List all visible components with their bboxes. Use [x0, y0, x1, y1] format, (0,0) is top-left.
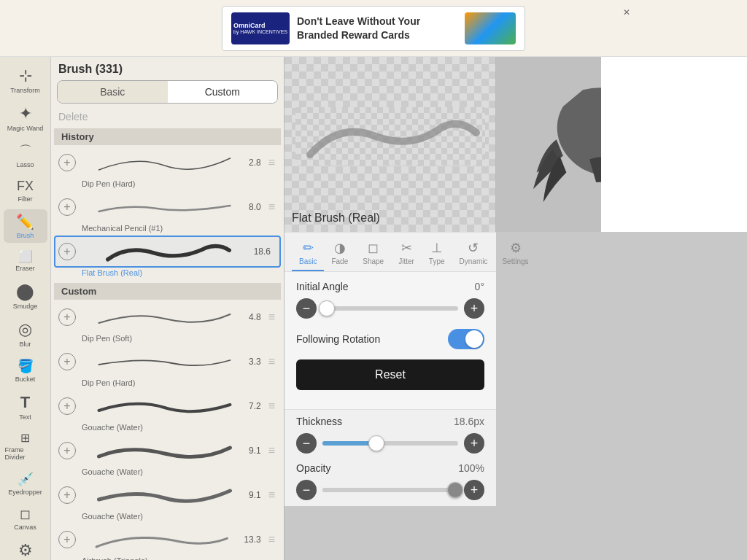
type-tab-icon: ⊥ [431, 240, 443, 256]
tool-smudge[interactable]: ⬤ Smudge [4, 279, 47, 314]
thickness-decrease-button[interactable]: − [296, 433, 317, 454]
settings-tab-shape[interactable]: ◻ Shape [355, 237, 391, 271]
brush-name-label: Flat Brush (Real) [292, 209, 488, 225]
opacity-increase-button[interactable]: + [464, 480, 484, 500]
tool-eraser[interactable]: ⬜ Eraser [4, 246, 47, 276]
drag-handle-icon: ≡ [268, 400, 275, 413]
initial-angle-row: Initial Angle 0° − + [296, 281, 484, 319]
tool-settings[interactable]: ⚙ Settings [4, 537, 47, 560]
tool-transform[interactable]: ⊹ Transform [4, 63, 47, 98]
following-rotation-toggle[interactable] [448, 329, 484, 349]
tool-text[interactable]: T Text [4, 389, 47, 424]
brush-title: Brush (331) [51, 57, 284, 80]
brush-item-gouache-1[interactable]: + 7.2 ≡ [54, 390, 281, 422]
eraser-icon: ⬜ [18, 249, 33, 263]
brush-item-dip-pen-soft[interactable]: + 4.8 ≡ [54, 301, 281, 333]
magic-wand-label: Magic Wand [7, 125, 44, 132]
type-tab-label: Type [429, 257, 445, 265]
brush-tabs: Basic Custom [57, 80, 278, 104]
add-brush-button[interactable]: + [58, 531, 76, 548]
brush-icon: ✏️ [16, 213, 34, 230]
add-brush-button[interactable]: + [58, 442, 76, 459]
tool-brush[interactable]: ✏️ Brush [4, 209, 47, 243]
settings-tab-jitter[interactable]: ✂ Jitter [391, 237, 422, 271]
thickness-label: Thickness [296, 416, 342, 427]
section-custom: Custom [54, 283, 281, 300]
initial-angle-value: 0° [475, 281, 484, 292]
text-label: Text [19, 413, 31, 421]
lasso-icon: ⌒ [19, 142, 32, 160]
ad-logo-text: OmniCard [233, 22, 287, 29]
tab-basic[interactable]: Basic [58, 81, 168, 103]
add-brush-button[interactable]: + [58, 397, 76, 415]
tool-lasso[interactable]: ⌒ Lasso [4, 139, 47, 172]
brush-item-gouache-2[interactable]: + 9.1 ≡ [54, 435, 281, 467]
brush-item-mechanical-pencil[interactable]: + 8.0 ≡ [54, 191, 281, 223]
transform-icon: ⊹ [19, 66, 32, 85]
settings-tab-basic[interactable]: ✏ Basic [292, 237, 324, 271]
brush-item-airbrush-triangle[interactable]: + 13.3 ≡ [54, 524, 281, 556]
tool-eyedropper[interactable]: 💉 Eyedropper [4, 467, 47, 499]
blur-label: Blur [19, 341, 31, 348]
settings-tab-settings[interactable]: ⚙ Settings [495, 237, 535, 271]
reset-button[interactable]: Reset [296, 359, 484, 390]
add-brush-button[interactable]: + [58, 308, 76, 326]
add-brush-button[interactable]: + [58, 486, 76, 504]
tool-bucket[interactable]: 🪣 Bucket [4, 354, 47, 386]
toggle-knob [465, 330, 483, 348]
tab-custom[interactable]: Custom [168, 81, 278, 103]
ad-image [465, 12, 516, 44]
initial-angle-decrease-button[interactable]: − [296, 298, 317, 319]
fade-tab-label: Fade [331, 257, 348, 265]
tool-frame-divider[interactable]: ⊞ Frame Divider [4, 427, 47, 464]
tool-magic-wand[interactable]: ✦ Magic Wand [4, 101, 47, 136]
add-brush-button[interactable]: + [58, 198, 76, 216]
settings-body: Initial Angle 0° − + Following Rotati [285, 272, 496, 409]
right-panel: Flat Brush (Real) [285, 57, 747, 560]
tool-blur[interactable]: ◎ Blur [4, 316, 47, 351]
add-brush-button[interactable]: + [58, 353, 76, 370]
opacity-slider[interactable] [322, 488, 458, 492]
drag-handle-icon: ≡ [268, 533, 275, 546]
brush-preview-stroke [292, 64, 488, 209]
smudge-icon: ⬤ [16, 282, 34, 301]
thickness-slider[interactable] [322, 441, 458, 446]
ad-close-button[interactable]: ✕ [623, 7, 630, 18]
brush-name-mechanical-pencil: Mechanical Pencil (#1) [54, 224, 281, 236]
settings-tab-fade[interactable]: ◑ Fade [324, 237, 355, 271]
initial-angle-label: Initial Angle [296, 281, 349, 292]
brush-settings-panel: ✏ Basic ◑ Fade ◻ Shape ✂ Jitter ⊥ Type [285, 232, 496, 506]
tool-filter[interactable]: FX Filter [4, 175, 47, 206]
tool-canvas[interactable]: ◻ Canvas [4, 502, 47, 534]
add-brush-button[interactable]: + [58, 243, 76, 260]
basic-tab-label: Basic [299, 257, 317, 265]
opacity-decrease-button[interactable]: − [296, 480, 317, 500]
initial-angle-slider[interactable] [322, 306, 458, 311]
settings-tab-type[interactable]: ⊥ Type [422, 237, 452, 271]
frame-divider-icon: ⊞ [20, 431, 30, 445]
thickness-increase-button[interactable]: + [464, 433, 484, 454]
section-history: History [54, 128, 281, 145]
brush-item-flat-brush-real[interactable]: + 18.6 [54, 236, 281, 268]
settings-tab-dynamic[interactable]: ↺ Dynamic [452, 237, 495, 271]
brush-item-gouache-3[interactable]: + 9.1 ≡ [54, 479, 281, 511]
drag-handle-icon: ≡ [268, 311, 275, 324]
blur-icon: ◎ [18, 320, 32, 339]
drag-handle-icon: ≡ [268, 489, 275, 502]
filter-icon: FX [17, 179, 34, 194]
brush-item-dip-pen-hard-1[interactable]: + 2.8 ≡ [54, 147, 281, 179]
add-brush-button[interactable]: + [58, 154, 76, 171]
main-area: ⊹ Transform ✦ Magic Wand ⌒ Lasso FX Filt… [0, 57, 747, 560]
basic-tab-icon: ✏ [303, 240, 314, 256]
bucket-label: Bucket [15, 376, 36, 383]
brush-item-dip-pen-hard-2[interactable]: + 3.3 ≡ [54, 346, 281, 378]
canvas-area[interactable] [496, 57, 747, 232]
frame-divider-label: Frame Divider [5, 446, 46, 461]
initial-angle-increase-button[interactable]: + [464, 298, 484, 319]
settings-tab-settings-icon: ⚙ [510, 240, 522, 256]
text-tool-icon: T [20, 393, 30, 412]
fade-tab-icon: ◑ [334, 240, 346, 256]
opacity-section: Opacity 100% − + [285, 456, 496, 506]
brush-name-dip-pen-hard-1: Dip Pen (Hard) [54, 179, 281, 191]
brush-panel: Brush (331) Basic Custom Delete History … [51, 57, 285, 560]
